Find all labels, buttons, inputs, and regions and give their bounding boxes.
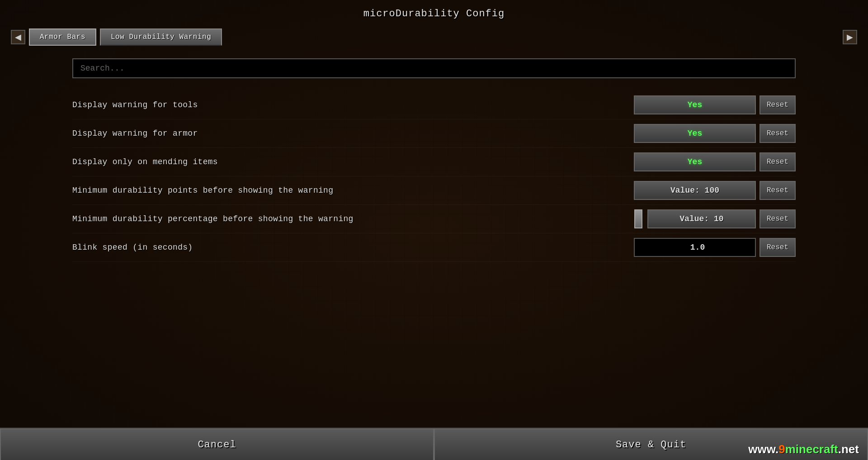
watermark: www.9minecraft.net: [748, 442, 859, 456]
setting-controls-0: Yes Reset: [634, 95, 796, 114]
setting-label-blink-speed: Blink speed (in seconds): [72, 243, 634, 252]
setting-row-display-warning-tools: Display warning for tools Yes Reset: [72, 91, 796, 119]
page-title: microDurability Config: [0, 0, 868, 25]
settings-list: Display warning for tools Yes Reset Disp…: [72, 91, 796, 262]
setting-row-display-only-mending: Display only on mending items Yes Reset: [72, 148, 796, 176]
setting-label-display-warning-tools: Display warning for tools: [72, 100, 634, 109]
tab-nav-left[interactable]: ◀: [11, 30, 25, 44]
search-container: [72, 58, 796, 78]
value-min-durability-points[interactable]: Value: 100: [634, 181, 756, 200]
input-blink-speed[interactable]: [634, 238, 756, 257]
setting-row-blink-speed: Blink speed (in seconds) Reset: [72, 233, 796, 262]
toggle-display-only-mending[interactable]: Yes: [634, 152, 756, 171]
watermark-net: .net: [838, 442, 859, 456]
slider-thumb-min-durability-percentage[interactable]: [633, 209, 644, 228]
tabs-row: ◀ Armor Bars Low Durability Warning ▶: [0, 25, 868, 49]
setting-label-display-warning-armor: Display warning for armor: [72, 129, 634, 138]
reset-min-durability-points[interactable]: Reset: [760, 181, 796, 200]
setting-label-display-only-mending: Display only on mending items: [72, 157, 634, 166]
watermark-minecraft: minecraft: [785, 442, 838, 456]
reset-display-warning-armor[interactable]: Reset: [760, 124, 796, 143]
setting-controls-2: Yes Reset: [634, 152, 796, 171]
setting-controls-4: Value: 10 Reset: [633, 209, 796, 228]
watermark-nine: 9: [778, 442, 785, 456]
cancel-button[interactable]: Cancel: [0, 428, 434, 460]
value-min-durability-percentage[interactable]: Value: 10: [647, 209, 756, 228]
setting-controls-3: Value: 100 Reset: [634, 181, 796, 200]
tab-armor-bars[interactable]: Armor Bars: [29, 28, 96, 46]
reset-blink-speed[interactable]: Reset: [760, 238, 796, 257]
toggle-display-warning-armor[interactable]: Yes: [634, 124, 756, 143]
watermark-www: www.: [748, 442, 778, 456]
reset-display-only-mending[interactable]: Reset: [760, 152, 796, 171]
tab-nav-right[interactable]: ▶: [843, 30, 857, 44]
reset-min-durability-percentage[interactable]: Reset: [760, 209, 796, 228]
reset-display-warning-tools[interactable]: Reset: [760, 95, 796, 114]
setting-row-min-durability-percentage: Minimum durability percentage before sho…: [72, 205, 796, 233]
setting-controls-1: Yes Reset: [634, 124, 796, 143]
bottom-bar: Cancel Save & Quit www.9minecraft.net: [0, 427, 868, 460]
content-area: Display warning for tools Yes Reset Disp…: [0, 49, 868, 427]
setting-label-min-durability-points: Minimum durability points before showing…: [72, 186, 634, 195]
tab-low-durability-warning[interactable]: Low Durability Warning: [100, 28, 222, 46]
setting-controls-5: Reset: [634, 238, 796, 257]
search-input[interactable]: [72, 58, 796, 78]
setting-row-min-durability-points: Minimum durability points before showing…: [72, 176, 796, 205]
setting-row-display-warning-armor: Display warning for armor Yes Reset: [72, 119, 796, 148]
toggle-display-warning-tools[interactable]: Yes: [634, 95, 756, 114]
setting-label-min-durability-percentage: Minimum durability percentage before sho…: [72, 214, 633, 223]
